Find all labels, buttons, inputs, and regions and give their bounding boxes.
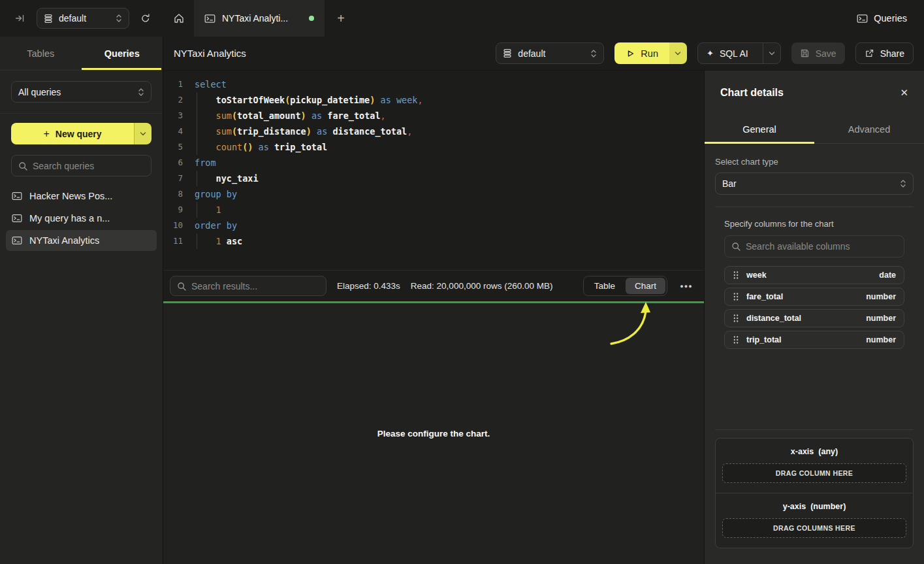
chart-type-value: Bar [722, 178, 737, 189]
tab-general[interactable]: General [705, 115, 814, 143]
run-options-dropdown[interactable] [669, 42, 687, 64]
columns-search-input[interactable] [746, 241, 897, 252]
sql-ai-button-group: ✦ SQL AI [697, 42, 781, 64]
x-axis-dropzone[interactable]: DRAG COLUMN HERE [722, 463, 906, 483]
column-chip[interactable]: distance_totalnumber [724, 309, 904, 327]
divider [0, 113, 163, 114]
code-line: 4 sum(trip_distance) as distance_total, [163, 124, 704, 139]
code-text: from [195, 155, 704, 171]
database-selector[interactable]: default [37, 8, 129, 29]
toolbar: NYTaxi Analytics default Run [163, 37, 924, 71]
chart-details-panel: Chart details ✕ General Advanced Select … [704, 71, 924, 564]
chevron-updown-icon [900, 178, 906, 189]
view-toggle-table[interactable]: Table [585, 278, 624, 294]
chevron-updown-icon [116, 13, 122, 24]
collapse-sidebar-button[interactable] [12, 10, 29, 27]
axes-box: x-axis (any) DRAG COLUMN HERE y-axis (nu… [715, 438, 914, 548]
query-search-input[interactable] [33, 161, 144, 171]
more-options-icon[interactable]: ●●● [678, 283, 695, 290]
query-list-item[interactable]: Hacker News Pos... [6, 186, 157, 207]
new-query-dropdown[interactable] [134, 123, 151, 144]
panel-title: Chart details [720, 87, 784, 99]
line-number: 6 [163, 155, 183, 171]
line-number: 8 [163, 186, 183, 202]
topbar-right: Queries [857, 0, 924, 37]
divider [715, 429, 914, 430]
y-axis-label: y-axis [783, 502, 806, 511]
view-toggle: Table Chart [583, 276, 667, 296]
code-text: 1 [195, 202, 704, 218]
query-item-label: NYTaxi Analytics [29, 235, 99, 246]
column-chip-list: weekdatefare_totalnumberdistance_totalnu… [724, 266, 904, 349]
share-button-label: Share [880, 48, 904, 59]
plus-icon: + [43, 128, 49, 140]
results-search-input[interactable] [191, 281, 319, 291]
column-chip[interactable]: trip_totalnumber [724, 331, 904, 349]
sidebar: Tables Queries All queries + New q [0, 37, 163, 564]
column-chip[interactable]: weekdate [724, 266, 904, 284]
sidebar-tab-queries[interactable]: Queries [82, 37, 163, 70]
view-toggle-chart[interactable]: Chart [626, 278, 665, 294]
query-list-item[interactable]: NYTaxi Analytics [6, 230, 157, 251]
code-text: 1 asc [195, 233, 704, 249]
sql-ai-button[interactable]: ✦ SQL AI [698, 43, 757, 63]
column-name: trip_total [746, 335, 781, 344]
elapsed-stat: Elapsed: 0.433s [337, 281, 400, 291]
new-query-button[interactable]: + New query [11, 123, 151, 144]
column-type: number [866, 314, 896, 323]
tab-label: NYTaxi Analyti... [222, 13, 288, 24]
column-name: distance_total [746, 314, 801, 323]
code-text: sum(total_amount) as fare_total, [195, 108, 704, 124]
code-text: sum(trip_distance) as distance_total, [195, 124, 704, 139]
share-button[interactable]: Share [855, 42, 914, 64]
panel-header: Chart details ✕ [705, 71, 924, 115]
query-list: Hacker News Pos...My query has a n...NYT… [0, 186, 163, 251]
refresh-icon[interactable] [137, 10, 154, 27]
code-line: 1select [163, 76, 704, 92]
database-icon [503, 48, 512, 58]
queries-button[interactable]: Queries [857, 13, 907, 24]
tab-advanced[interactable]: Advanced [814, 115, 924, 143]
sql-editor[interactable]: 1select2 toStartOfWeek(pickup_datetime) … [163, 71, 704, 270]
line-number: 10 [163, 218, 183, 233]
query-search [11, 155, 151, 176]
query-filter-value: All queries [18, 87, 61, 97]
column-type: date [879, 271, 896, 280]
code-line: 2 toStartOfWeek(pickup_datetime) as week… [163, 92, 704, 108]
chart-type-select[interactable]: Bar [715, 173, 914, 195]
sql-ai-dropdown[interactable] [763, 43, 780, 63]
query-filter-select[interactable]: All queries [11, 81, 151, 103]
query-list-item[interactable]: My query has a n... [6, 208, 157, 229]
column-type: number [866, 335, 896, 344]
new-tab-button[interactable]: + [325, 0, 357, 37]
chevron-updown-icon [138, 87, 144, 97]
close-icon[interactable]: ✕ [900, 87, 908, 99]
topbar-left: default [0, 0, 163, 37]
search-icon [18, 161, 27, 171]
code-line: 10order by [163, 218, 704, 233]
sidebar-tab-tables[interactable]: Tables [0, 37, 82, 70]
tab-strip: NYTaxi Analyti... + [163, 0, 857, 37]
column-name: fare_total [746, 292, 783, 301]
terminal-icon [204, 13, 215, 24]
run-button[interactable]: Run [614, 42, 669, 64]
column-chip[interactable]: fare_totalnumber [724, 288, 904, 306]
query-item-label: Hacker News Pos... [29, 191, 112, 201]
run-database-selector[interactable]: default [496, 42, 604, 64]
tab-nytaxi-analytics[interactable]: NYTaxi Analyti... [194, 0, 325, 37]
chevron-updown-icon [590, 48, 597, 59]
y-axis-dropzone[interactable]: DRAG COLUMNS HERE [722, 518, 906, 538]
panel-body: Select chart type Bar Specify columns fo… [705, 144, 924, 564]
home-button[interactable] [163, 0, 194, 37]
y-axis-type: (number) [810, 502, 846, 511]
play-icon [626, 49, 635, 58]
sparkle-icon: ✦ [707, 48, 714, 58]
chart-empty-message: Please configure the chart. [377, 429, 490, 439]
code-line: 7 nyc_taxi [163, 171, 704, 186]
terminal-icon [12, 213, 22, 224]
x-axis-label: x-axis [791, 447, 814, 456]
code-line: 8group by [163, 186, 704, 202]
save-icon [800, 48, 810, 58]
code-text: select [195, 76, 704, 92]
save-button[interactable]: Save [791, 42, 845, 64]
